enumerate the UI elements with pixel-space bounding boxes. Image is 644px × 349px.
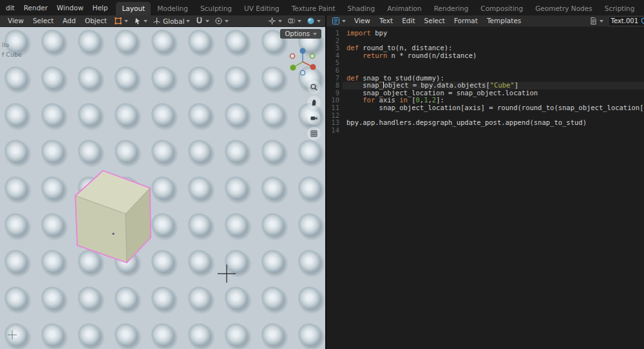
code-text: object = bpy.data.objects[ <box>384 81 489 89</box>
text-datablock-browse[interactable] <box>587 15 606 26</box>
viewport-header: ViewSelectAddObject <box>0 15 325 27</box>
navigation-gizmo[interactable] <box>290 48 316 75</box>
transform-orientation-dropdown[interactable]: Global <box>150 15 193 26</box>
chevron-down-icon <box>600 20 603 23</box>
overlays-dropdown[interactable] <box>285 15 304 26</box>
object-mode-icon <box>114 17 122 25</box>
chevron-down-icon <box>317 20 321 23</box>
line-number: 14 <box>327 127 343 135</box>
code-line[interactable] <box>343 127 644 135</box>
gizmo-y-dot[interactable] <box>290 65 296 71</box>
zoom-button[interactable] <box>307 80 321 94</box>
code-text: ]: <box>436 96 444 104</box>
code-text: snap_ <box>346 81 383 89</box>
blender-window: ditRenderWindowHelp LayoutModelingSculpt… <box>0 0 644 349</box>
gizmos-dropdown[interactable] <box>265 15 285 26</box>
gizmo-z-dot[interactable] <box>300 48 306 54</box>
viewport-canvas[interactable]: llo f Cube Options <box>0 26 325 349</box>
code-line[interactable]: snap_object_location[axis] = round(round… <box>343 104 644 112</box>
code-text: [ <box>408 96 416 104</box>
code-line[interactable]: bpy.app.handlers.depsgraph_update_post.a… <box>343 119 644 127</box>
shading-sphere-icon <box>307 17 315 25</box>
te-menu-view[interactable]: View <box>350 14 375 28</box>
ortho-grid-button[interactable] <box>307 127 321 140</box>
text-editor-header: ViewTextEditSelectFormatTemplates Text.0… <box>327 15 644 27</box>
crosshair-cursor <box>218 265 236 283</box>
chevron-down-icon <box>313 33 317 35</box>
line-number: 3 <box>327 44 343 52</box>
datablock-name-field[interactable]: Text.001 <box>608 16 644 26</box>
tab-uv-editing[interactable]: UV Editing <box>238 2 285 15</box>
tab-modeling[interactable]: Modeling <box>151 2 194 15</box>
code-text: snap_to_stud(dummy): <box>359 74 444 82</box>
chevron-down-icon <box>298 20 301 23</box>
vp-menu-view[interactable]: View <box>3 14 28 28</box>
chevron-down-icon <box>124 20 128 23</box>
te-menu-format[interactable]: Format <box>450 14 482 28</box>
chevron-down-icon <box>342 20 346 23</box>
code-line[interactable]: return n * round(n/distance) <box>343 52 644 60</box>
code-string: "Cube" <box>490 81 515 89</box>
vp-menu-select[interactable]: Select <box>28 14 58 28</box>
line-number: 4 <box>327 52 343 60</box>
te-menu-select[interactable]: Select <box>420 14 450 28</box>
gizmo-x-neg-dot[interactable] <box>290 53 294 58</box>
camera-view-button[interactable] <box>307 111 321 125</box>
code-area[interactable]: 1234567891011121314 import bpydef round_… <box>327 27 644 349</box>
tab-texture-paint[interactable]: Texture Paint <box>286 2 341 15</box>
vp-menu-object[interactable]: Object <box>80 14 111 28</box>
cube-object[interactable] <box>75 171 151 263</box>
text-editor-menus: ViewTextEditSelectFormatTemplates <box>348 14 526 28</box>
code-text: ] <box>515 81 518 89</box>
chevron-down-icon <box>205 20 209 23</box>
tab-geometry-nodes[interactable]: Geometry Nodes <box>529 2 598 15</box>
gizmo-x-dot[interactable] <box>310 64 316 70</box>
viewport-scene-overlay <box>0 26 325 349</box>
code-keyword: def <box>346 44 359 52</box>
code-text: bpy <box>371 29 387 37</box>
code-keyword: def <box>346 74 359 82</box>
magnet-icon <box>195 17 204 25</box>
viewport-info-line1: llo <box>2 40 22 50</box>
gizmo-icon <box>268 17 276 25</box>
gizmo-y-neg-dot[interactable] <box>310 53 314 58</box>
add-workspace-button[interactable]: + <box>641 3 644 15</box>
line-number: 8 <box>327 82 343 90</box>
snap-toggle[interactable] <box>193 15 212 26</box>
code-text: snap_object_location[axis] = round(round… <box>346 104 644 111</box>
te-menu-edit[interactable]: Edit <box>397 14 419 28</box>
code-line[interactable] <box>343 59 644 67</box>
shield-icon[interactable] <box>641 17 644 24</box>
te-menu-templates[interactable]: Templates <box>482 14 526 28</box>
vp-menu-add[interactable]: Add <box>58 14 80 28</box>
proportional-editing-dropdown[interactable] <box>212 15 231 26</box>
code-lines[interactable]: import bpydef round_to(n, distance): ret… <box>343 30 644 349</box>
editor-type-dropdown[interactable] <box>329 15 348 26</box>
mode-dropdown[interactable] <box>111 15 131 26</box>
line-number: 2 <box>327 37 343 45</box>
tab-layout[interactable]: Layout <box>116 2 151 15</box>
orientation-label: Global <box>163 17 185 25</box>
te-menu-text[interactable]: Text <box>375 14 397 28</box>
code-line[interactable]: import bpy <box>343 30 644 37</box>
pan-hand-button[interactable] <box>307 96 321 109</box>
text-file-icon <box>589 17 598 25</box>
line-number: 6 <box>327 67 343 75</box>
tab-sculpting[interactable]: Sculpting <box>194 2 238 15</box>
text-editor: ViewTextEditSelectFormatTemplates Text.0… <box>325 15 644 349</box>
line-numbers: 1234567891011121314 <box>327 30 343 349</box>
tab-scripting[interactable]: Scripting <box>599 2 641 15</box>
shading-dropdown[interactable] <box>304 15 323 26</box>
tool-dropdown[interactable] <box>131 15 150 26</box>
datablock-cluster: Text.001 <box>587 15 644 26</box>
mini-axes-icon <box>8 330 17 339</box>
viewport-menus: ViewSelectAddObject <box>2 14 111 28</box>
gizmo-z-neg-dot[interactable] <box>300 70 305 75</box>
proportional-circle-icon <box>214 17 223 25</box>
code-keyword: in <box>399 96 408 104</box>
viewport-3d: ViewSelectAddObject <box>0 15 325 349</box>
options-button[interactable]: Options <box>280 29 321 39</box>
viewport-info-line2: f Cube <box>2 50 22 59</box>
chevron-down-icon <box>278 20 282 23</box>
code-text: n * round(n/distance) <box>387 52 477 59</box>
